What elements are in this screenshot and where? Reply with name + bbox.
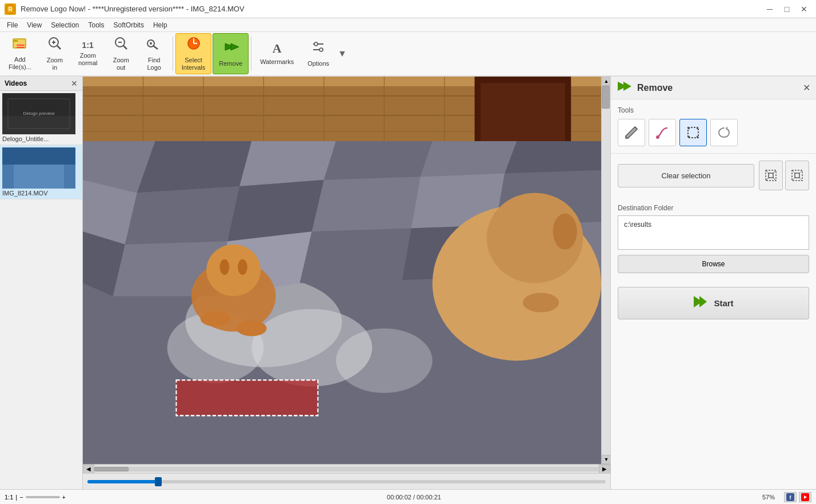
start-button[interactable]: Start bbox=[618, 287, 809, 319]
svg-point-79 bbox=[523, 293, 559, 313]
zoom-normal-button[interactable]: 1:1 Zoomnormal bbox=[72, 33, 104, 74]
start-button-area: Start bbox=[611, 280, 816, 329]
svg-line-14 bbox=[153, 46, 158, 49]
svg-point-74 bbox=[201, 311, 231, 326]
svg-point-78 bbox=[553, 214, 577, 250]
svg-text:R: R bbox=[8, 6, 13, 13]
toolbox-close-button[interactable]: ✕ bbox=[803, 82, 810, 93]
timeline-bar bbox=[83, 473, 610, 489]
svg-point-72 bbox=[219, 259, 229, 275]
find-logo-label: FindLogo bbox=[147, 57, 161, 71]
maximize-button[interactable]: □ bbox=[779, 3, 794, 15]
svg-marker-52 bbox=[324, 141, 433, 180]
expand-selection-button[interactable] bbox=[759, 161, 783, 190]
vscroll-thumb[interactable] bbox=[602, 86, 610, 109]
menu-file[interactable]: File bbox=[2, 20, 22, 30]
svg-rect-4 bbox=[17, 45, 25, 46]
toolbar-more-button[interactable]: ▼ bbox=[337, 33, 348, 74]
status-time: 00:00:02 / 00:00:21 bbox=[387, 494, 441, 501]
options-label: Options bbox=[307, 60, 329, 67]
remove-button[interactable]: Remove bbox=[213, 33, 249, 74]
facebook-icon-button[interactable]: f bbox=[784, 492, 797, 502]
svg-rect-92 bbox=[697, 136, 698, 138]
status-icons: f bbox=[784, 492, 811, 502]
zoom-slider[interactable] bbox=[26, 496, 60, 498]
select-intervals-button[interactable]: SelectIntervals bbox=[175, 33, 212, 74]
zoom-out-button[interactable]: Zoomout bbox=[105, 33, 137, 74]
video-item-img8214[interactable]: IMG_8214.MOV bbox=[0, 145, 82, 199]
toolbox-title: Remove bbox=[637, 83, 673, 93]
hscroll-thumb[interactable] bbox=[94, 467, 129, 471]
vscroll-down-arrow[interactable]: ▼ bbox=[602, 455, 610, 464]
timeline-fill bbox=[87, 480, 160, 483]
svg-marker-58 bbox=[312, 177, 421, 231]
svg-point-75 bbox=[237, 321, 267, 336]
vscroll-up-arrow[interactable]: ▲ bbox=[602, 77, 610, 86]
zoom-in-icon bbox=[47, 36, 62, 54]
svg-marker-20 bbox=[231, 43, 239, 50]
add-files-icon bbox=[12, 37, 28, 54]
video-area: ▲ ▼ ◀ ▶ bbox=[83, 77, 610, 489]
youtube-icon-button[interactable] bbox=[799, 492, 811, 502]
app-icon: R bbox=[5, 3, 16, 15]
close-button[interactable]: ✕ bbox=[797, 3, 811, 15]
timeline-slider[interactable] bbox=[87, 480, 606, 483]
menu-view[interactable]: View bbox=[22, 20, 46, 30]
svg-point-22 bbox=[314, 42, 318, 46]
brush-tool-button[interactable] bbox=[649, 119, 676, 146]
rect-select-tool-button[interactable] bbox=[679, 119, 707, 146]
watermarks-button[interactable]: A Watermarks bbox=[254, 33, 300, 74]
zoom-minus[interactable]: − bbox=[19, 494, 23, 501]
svg-point-80 bbox=[336, 329, 433, 393]
shrink-selection-button[interactable] bbox=[785, 161, 809, 190]
scene-svg bbox=[83, 77, 601, 464]
video-name-img8214: IMG_8214.MOV bbox=[2, 190, 80, 197]
menu-help[interactable]: Help bbox=[149, 20, 172, 30]
destination-folder-input[interactable]: c:\results bbox=[618, 215, 809, 250]
svg-rect-3 bbox=[13, 40, 18, 42]
videos-panel-title: Videos bbox=[5, 79, 27, 87]
svg-line-12 bbox=[123, 46, 127, 49]
destination-folder-section: Destination Folder c:\results Browse bbox=[611, 197, 816, 280]
watermarks-icon: A bbox=[273, 41, 282, 56]
zoom-in-button[interactable]: Zoomin bbox=[39, 33, 71, 74]
hscroll-left-arrow[interactable]: ◀ bbox=[83, 465, 94, 474]
svg-marker-54 bbox=[505, 141, 601, 174]
menu-selection[interactable]: Selection bbox=[46, 20, 83, 30]
svg-marker-53 bbox=[421, 141, 517, 177]
start-icon bbox=[693, 295, 708, 311]
svg-point-73 bbox=[238, 259, 247, 275]
timeline-thumb[interactable] bbox=[155, 477, 162, 486]
video-thumb-img8214 bbox=[2, 147, 75, 189]
add-files-label: AddFile(s)... bbox=[9, 56, 31, 71]
svg-marker-84 bbox=[623, 82, 631, 91]
add-files-button[interactable]: AddFile(s)... bbox=[2, 33, 38, 74]
zoom-plus[interactable]: + bbox=[62, 494, 66, 501]
videos-panel: Videos ✕ Delogo preview Delogo_Untitle..… bbox=[0, 77, 83, 489]
svg-text:Delogo preview: Delogo preview bbox=[23, 111, 54, 116]
videos-panel-close-button[interactable]: ✕ bbox=[71, 79, 78, 88]
find-logo-button[interactable]: FindLogo bbox=[138, 33, 170, 74]
pencil-tool-button[interactable] bbox=[618, 119, 645, 146]
menu-softorbits[interactable]: SoftOrbits bbox=[109, 20, 149, 30]
vertical-scrollbar[interactable]: ▲ ▼ bbox=[601, 77, 610, 464]
toolbox-title-area: Remove bbox=[617, 80, 673, 95]
menu-tools[interactable]: Tools bbox=[84, 20, 109, 30]
svg-rect-89 bbox=[688, 127, 690, 129]
video-canvas[interactable] bbox=[83, 77, 601, 464]
minimize-button[interactable]: ─ bbox=[762, 3, 777, 15]
browse-button[interactable]: Browse bbox=[618, 255, 809, 273]
clear-selection-button[interactable]: Clear selection bbox=[618, 164, 754, 187]
video-item-delogo[interactable]: Delogo preview Delogo_Untitle... bbox=[0, 91, 82, 145]
options-button[interactable]: Options bbox=[301, 33, 335, 74]
hscroll-right-arrow[interactable]: ▶ bbox=[599, 465, 610, 474]
zoom-normal-icon: 1:1 bbox=[82, 41, 94, 50]
zoom-separator: | bbox=[15, 494, 17, 501]
main-content: Videos ✕ Delogo preview Delogo_Untitle..… bbox=[0, 77, 816, 489]
tools-section: Tools bbox=[611, 99, 816, 154]
svg-marker-50 bbox=[137, 141, 251, 193]
lasso-tool-button[interactable] bbox=[710, 119, 738, 146]
menu-bar: File View Selection Tools SoftOrbits Hel… bbox=[0, 18, 816, 32]
scene-background bbox=[83, 77, 601, 464]
zoom-indicator: 1:1 | − + bbox=[5, 494, 66, 501]
